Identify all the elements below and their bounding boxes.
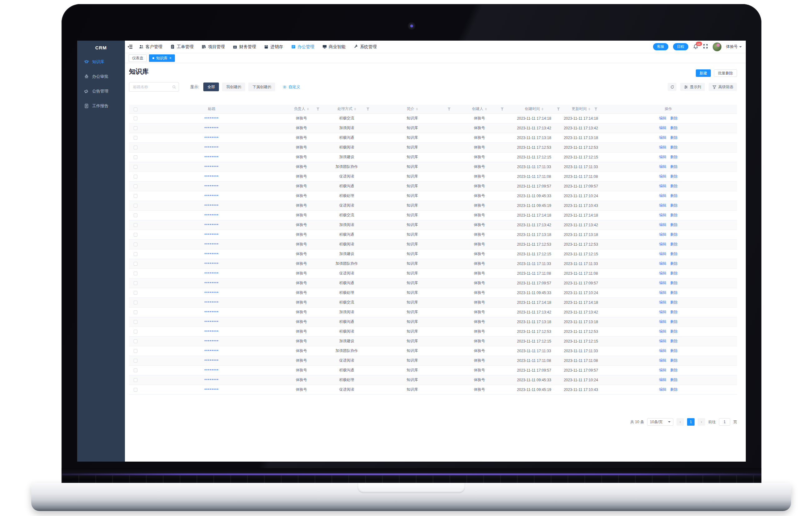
row-title-link[interactable]: ******** <box>204 223 219 227</box>
advanced-filter-button[interactable]: 高级筛选 <box>708 83 737 91</box>
row-edit-link[interactable]: 编辑 <box>659 116 666 120</box>
row-edit-link[interactable]: 编辑 <box>659 242 666 246</box>
sort-icon[interactable] <box>542 108 544 110</box>
nav-item-workorders[interactable]: 工单管理 <box>170 44 194 50</box>
next-page-button[interactable]: › <box>698 418 705 426</box>
row-title-link[interactable]: ******** <box>204 116 219 120</box>
row-delete-link[interactable]: 删除 <box>670 319 678 324</box>
row-delete-link[interactable]: 删除 <box>670 126 678 130</box>
sort-icon[interactable] <box>307 108 309 110</box>
sort-icon[interactable] <box>485 108 487 110</box>
nav-item-projects[interactable]: 项目管理 <box>201 44 225 50</box>
goto-page-input[interactable] <box>719 418 730 426</box>
row-title-link[interactable]: ******** <box>204 301 219 304</box>
select-all-checkbox[interactable] <box>134 108 138 111</box>
row-delete-link[interactable]: 删除 <box>670 184 678 188</box>
row-checkbox[interactable] <box>134 262 138 266</box>
row-edit-link[interactable]: 编辑 <box>659 155 666 159</box>
row-title-link[interactable]: ******** <box>204 165 219 169</box>
row-checkbox[interactable] <box>134 165 138 169</box>
row-checkbox[interactable] <box>134 233 138 237</box>
row-delete-link[interactable]: 删除 <box>670 242 678 246</box>
row-delete-link[interactable]: 删除 <box>670 232 678 237</box>
show-columns-button[interactable]: 显示列 <box>680 83 705 91</box>
filter-icon[interactable] <box>447 108 451 111</box>
row-edit-link[interactable]: 编辑 <box>659 164 666 169</box>
row-title-link[interactable]: ******** <box>204 175 219 179</box>
user-menu[interactable]: 体验号 <box>726 44 742 49</box>
row-edit-link[interactable]: 编辑 <box>659 339 666 343</box>
row-edit-link[interactable]: 编辑 <box>659 135 666 140</box>
row-delete-link[interactable]: 删除 <box>670 252 678 256</box>
row-checkbox[interactable] <box>134 136 138 140</box>
row-checkbox[interactable] <box>134 184 138 188</box>
row-edit-link[interactable]: 编辑 <box>659 329 666 333</box>
sidebar-item-report[interactable]: 工作报告 <box>77 99 125 113</box>
row-title-link[interactable]: ******** <box>204 310 219 314</box>
row-title-link[interactable]: ******** <box>204 281 219 285</box>
filter-icon[interactable] <box>501 108 504 111</box>
row-title-link[interactable]: ******** <box>204 252 219 256</box>
close-icon[interactable]: × <box>169 56 171 60</box>
row-title-link[interactable]: ******** <box>204 214 219 217</box>
row-delete-link[interactable]: 删除 <box>670 135 678 140</box>
row-delete-link[interactable]: 删除 <box>670 387 678 391</box>
row-delete-link[interactable]: 删除 <box>670 358 678 362</box>
row-checkbox[interactable] <box>134 204 138 208</box>
row-delete-link[interactable]: 删除 <box>670 213 678 217</box>
row-title-link[interactable]: ******** <box>204 388 219 391</box>
row-checkbox[interactable] <box>134 378 138 382</box>
row-delete-link[interactable]: 删除 <box>670 300 678 304</box>
filter-subordinate-button[interactable]: 下属创建的 <box>248 82 275 91</box>
row-checkbox[interactable] <box>134 281 138 285</box>
row-title-link[interactable]: ******** <box>204 155 219 159</box>
nav-item-customers[interactable]: 客户管理 <box>139 44 163 50</box>
nav-item-inventory[interactable]: 进销存 <box>264 44 283 50</box>
row-edit-link[interactable]: 编辑 <box>659 213 666 217</box>
row-title-link[interactable]: ******** <box>204 262 219 266</box>
row-title-link[interactable]: ******** <box>204 349 219 353</box>
row-edit-link[interactable]: 编辑 <box>659 368 666 372</box>
page-1-button[interactable]: 1 <box>687 418 695 426</box>
row-delete-link[interactable]: 删除 <box>670 261 678 266</box>
row-delete-link[interactable]: 删除 <box>670 378 678 382</box>
row-delete-link[interactable]: 删除 <box>670 310 678 314</box>
row-checkbox[interactable] <box>134 194 138 198</box>
sort-icon[interactable] <box>588 108 590 110</box>
row-edit-link[interactable]: 编辑 <box>659 203 666 208</box>
row-edit-link[interactable]: 编辑 <box>659 232 666 237</box>
row-delete-link[interactable]: 删除 <box>670 203 678 208</box>
tab-knowledge[interactable]: 知识库 × <box>149 54 175 62</box>
user-avatar[interactable] <box>713 43 721 51</box>
row-edit-link[interactable]: 编辑 <box>659 222 666 227</box>
tab-dashboard[interactable]: 仪表盘 <box>129 54 147 62</box>
row-checkbox[interactable] <box>134 146 138 150</box>
row-delete-link[interactable]: 删除 <box>670 155 678 159</box>
new-button[interactable]: 新建 <box>696 70 711 77</box>
sort-icon[interactable] <box>354 108 356 110</box>
row-delete-link[interactable]: 删除 <box>670 174 678 179</box>
row-edit-link[interactable]: 编辑 <box>659 252 666 256</box>
row-title-link[interactable]: ******** <box>204 184 219 188</box>
row-title-link[interactable]: ******** <box>204 204 219 208</box>
refresh-button[interactable] <box>668 83 676 91</box>
row-edit-link[interactable]: 编辑 <box>659 145 666 150</box>
nav-item-system[interactable]: 系统管理 <box>353 44 377 50</box>
row-checkbox[interactable] <box>134 349 138 353</box>
row-delete-link[interactable]: 删除 <box>670 145 678 150</box>
row-checkbox[interactable] <box>134 359 138 362</box>
row-edit-link[interactable]: 编辑 <box>659 349 666 353</box>
row-edit-link[interactable]: 编辑 <box>659 281 666 285</box>
row-edit-link[interactable]: 编辑 <box>659 261 666 266</box>
filter-icon[interactable] <box>316 108 319 111</box>
row-title-link[interactable]: ******** <box>204 136 219 140</box>
row-delete-link[interactable]: 删除 <box>670 222 678 227</box>
row-title-link[interactable]: ******** <box>204 272 219 275</box>
row-edit-link[interactable]: 编辑 <box>659 310 666 314</box>
row-delete-link[interactable]: 删除 <box>670 329 678 333</box>
search-icon[interactable] <box>172 85 176 89</box>
filter-icon[interactable] <box>594 108 598 111</box>
row-delete-link[interactable]: 删除 <box>670 290 678 295</box>
row-checkbox[interactable] <box>134 340 138 343</box>
sidebar-item-knowledge[interactable]: 知识库 <box>77 54 125 69</box>
